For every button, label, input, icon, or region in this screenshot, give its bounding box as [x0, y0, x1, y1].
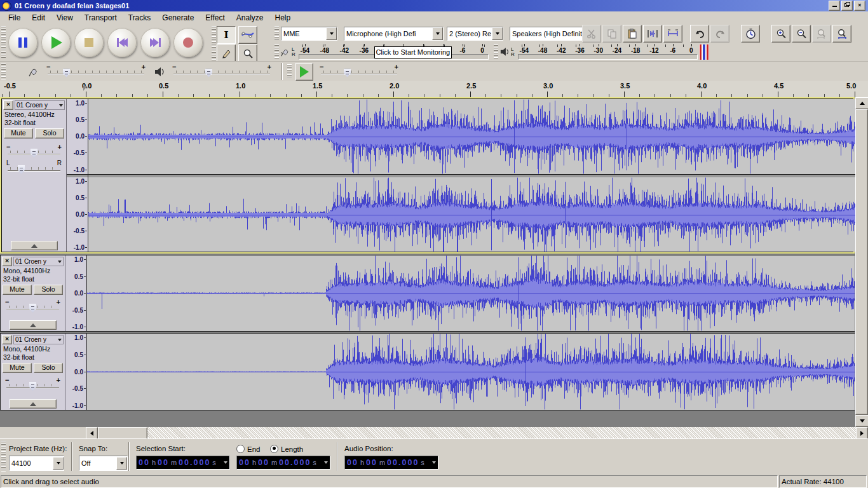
menu-tracks[interactable]: Tracks [123, 11, 157, 24]
menu-help[interactable]: Help [269, 11, 297, 24]
selection-tool-button[interactable]: I [217, 26, 236, 44]
selection-start-field[interactable]: 00h 00m 00.000s [136, 456, 230, 470]
dropdown-arrow-icon[interactable] [116, 457, 127, 470]
timer-record-button[interactable] [741, 25, 760, 43]
length-radio-icon[interactable] [270, 445, 278, 453]
toolbar-grip[interactable] [1, 64, 6, 79]
menu-edit[interactable]: Edit [26, 11, 51, 24]
waveform-left-channel[interactable] [88, 99, 856, 174]
menu-generate[interactable]: Generate [156, 11, 200, 24]
track-close-button[interactable]: ✕ [2, 335, 12, 344]
fit-selection-button[interactable] [812, 25, 831, 43]
end-radio[interactable]: End [236, 445, 260, 453]
track-collapse-button[interactable] [11, 241, 58, 250]
vertical-scrollbar[interactable] [855, 97, 868, 427]
scroll-up-button[interactable] [855, 97, 868, 109]
project-rate-select[interactable]: 44100 [9, 456, 64, 471]
track-title-menu[interactable]: 01 Croen y [15, 100, 65, 110]
waveform-mono-channel[interactable] [87, 255, 855, 331]
toolbar-grip[interactable] [494, 44, 498, 59]
recording-device-select[interactable]: Microphone (High Defi [344, 27, 444, 41]
record-button[interactable] [173, 28, 203, 57]
dropdown-arrow-icon[interactable] [492, 27, 503, 40]
field-spinner-icon[interactable] [224, 461, 227, 464]
end-radio-icon[interactable] [236, 445, 245, 453]
mute-button[interactable]: Mute [3, 363, 32, 373]
track-collapse-button[interactable] [10, 399, 57, 409]
stop-button[interactable] [74, 28, 104, 57]
cut-button[interactable] [582, 25, 601, 43]
redo-button[interactable] [710, 25, 729, 43]
recording-channels-select[interactable]: 2 (Stereo) Re [447, 27, 503, 41]
monitoring-tooltip[interactable]: Click to Start Monitoring [374, 46, 452, 58]
toolbar-grip[interactable] [275, 26, 279, 41]
length-radio[interactable]: Length [270, 445, 303, 453]
title-bar[interactable]: 01 Croen y doafad felan 3stages01 × [0, 0, 868, 11]
playback-speed-slider-thumb[interactable] [344, 69, 351, 78]
audio-host-select[interactable]: MME [281, 27, 337, 41]
track-3-vertical-ruler[interactable]: 1.00.5 0.0-0.5 -1.0 [65, 334, 87, 410]
track-2-mono[interactable]: ✕ 01 Croen y Mono, 44100Hz 32-bit float … [0, 255, 855, 332]
gain-slider-thumb[interactable] [29, 304, 36, 313]
playback-volume-slider[interactable]: −+ [172, 65, 271, 79]
track-3-waveform[interactable] [87, 334, 855, 410]
dropdown-arrow-icon[interactable] [53, 457, 64, 470]
toolbar-grip[interactable] [275, 44, 279, 59]
track-gain-slider[interactable]: −+ [6, 145, 62, 158]
envelope-tool-button[interactable] [238, 26, 257, 44]
trim-audio-button[interactable] [643, 25, 662, 43]
playback-volume-slider-thumb[interactable] [205, 69, 212, 78]
silence-audio-button[interactable] [663, 25, 682, 43]
snap-to-select[interactable]: Off [79, 456, 128, 471]
toolbar-grip[interactable] [1, 26, 6, 59]
track-gain-slider[interactable]: −+ [5, 378, 60, 391]
toolbar-grip[interactable] [287, 64, 292, 79]
track-title-menu[interactable]: 01 Croen y [13, 257, 64, 266]
horizontal-scrollbar-thumb[interactable] [98, 427, 147, 440]
scroll-left-button[interactable] [86, 427, 98, 440]
gain-slider-thumb[interactable] [31, 149, 37, 158]
recording-meter[interactable]: -54-48 -42-36 -30-24 -18-12 -60 Click to… [297, 44, 490, 60]
restore-button[interactable] [841, 1, 853, 11]
waveform-mono-channel[interactable] [87, 334, 855, 410]
selection-length-field[interactable]: 00h 00m 00.000s [236, 456, 330, 470]
scroll-right-button[interactable] [856, 427, 868, 440]
fit-project-button[interactable] [832, 25, 851, 43]
play-button[interactable] [41, 28, 71, 57]
menu-view[interactable]: View [51, 11, 79, 24]
gain-slider-thumb[interactable] [29, 382, 36, 391]
pause-button[interactable] [8, 28, 37, 57]
track-gain-slider[interactable]: −+ [5, 300, 60, 313]
playback-meter[interactable]: -54-48 -42-36 -30-24 -18-12 -60 [517, 44, 699, 60]
track-3-mono[interactable]: ✕ 01 Croen y Mono, 44100Hz 32-bit float … [0, 333, 855, 410]
zoom-tool-button[interactable] [238, 44, 257, 62]
solo-button[interactable]: Solo [34, 363, 63, 373]
scroll-down-button[interactable] [855, 415, 868, 427]
track-2-waveform[interactable] [87, 255, 855, 331]
playback-speed-slider[interactable]: −+ [320, 65, 398, 79]
waveform-right-channel[interactable] [88, 177, 856, 252]
zoom-out-button[interactable] [792, 25, 811, 43]
track-collapse-button[interactable] [10, 320, 57, 330]
recording-volume-slider[interactable]: −+ [46, 65, 146, 79]
vertical-scrollbar-thumb[interactable] [855, 109, 868, 415]
dropdown-arrow-icon[interactable] [432, 27, 443, 40]
undo-button[interactable] [690, 25, 709, 43]
play-at-speed-button[interactable] [295, 63, 313, 81]
minimize-button[interactable] [829, 1, 840, 11]
track-pan-slider[interactable]: LR [6, 161, 62, 174]
audio-position-field[interactable]: 00h 00m 00.000s [344, 456, 438, 470]
mute-button[interactable]: Mute [4, 128, 33, 139]
track-close-button[interactable]: ✕ [2, 257, 12, 266]
track-1-stereo[interactable]: ✕ 01 Croen y Stereo, 44100Hz 32-bit floa… [0, 97, 855, 254]
playhead-indicator[interactable] [83, 86, 88, 91]
copy-button[interactable] [602, 25, 621, 43]
menu-analyze[interactable]: Analyze [231, 11, 269, 24]
paste-button[interactable] [623, 25, 642, 43]
skip-to-start-button[interactable] [107, 28, 137, 57]
horizontal-scrollbar[interactable] [86, 427, 868, 438]
menu-transport[interactable]: Transport [79, 11, 123, 24]
toolbar-grip[interactable] [1, 441, 6, 472]
menu-effect[interactable]: Effect [200, 11, 230, 24]
zoom-in-button[interactable] [771, 25, 790, 43]
